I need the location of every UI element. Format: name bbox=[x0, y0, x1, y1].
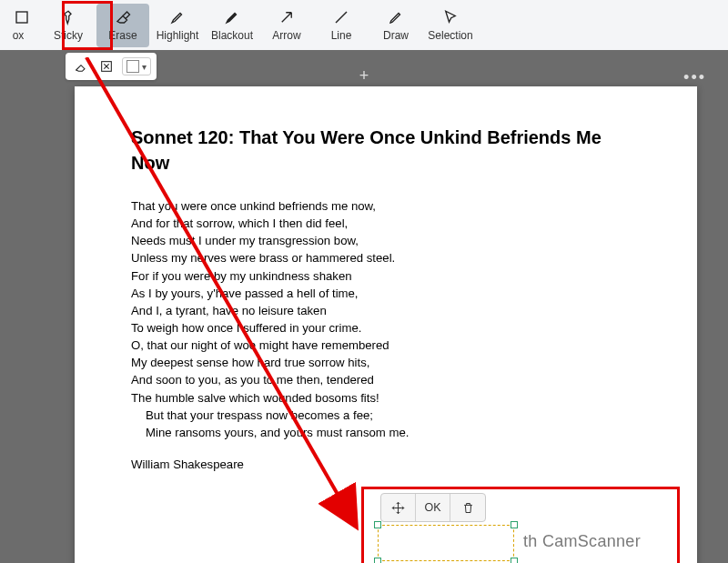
arrow-icon bbox=[278, 8, 296, 26]
tool-blackout[interactable]: Blackout bbox=[206, 4, 258, 47]
poem-couplet-line: Mine ransoms yours, and yours must ranso… bbox=[131, 424, 641, 441]
document-title: Sonnet 120: That You Were Once Unkind Be… bbox=[131, 125, 641, 176]
poem-line: And I, a tyrant, have no leisure taken bbox=[131, 302, 641, 319]
tool-highlight[interactable]: Highlight bbox=[151, 4, 204, 47]
watermark-text-fragment: th CamScanner bbox=[523, 532, 641, 551]
tool-selection[interactable]: Selection bbox=[424, 4, 477, 47]
erase-sub-toolbar: ▾ bbox=[66, 53, 157, 80]
blackout-icon bbox=[223, 8, 241, 26]
poem-line: That you were once unkind befriends me n… bbox=[131, 197, 641, 215]
poem-line: And for that sorrow, which I then did fe… bbox=[131, 215, 641, 232]
resize-handle-br[interactable] bbox=[511, 558, 518, 563]
workspace: ▾ + ••• Sonnet 120: That You Were Once U… bbox=[0, 50, 728, 563]
tool-sticky[interactable]: Sticky bbox=[42, 4, 95, 47]
cursor-icon bbox=[441, 8, 460, 26]
resize-handle-tl[interactable] bbox=[374, 521, 381, 528]
poem-line: My deepest sense how hard true sorrow hi… bbox=[131, 354, 641, 371]
add-tab-button[interactable]: + bbox=[359, 66, 369, 85]
poem-line: The humble salve which wounded bosoms fi… bbox=[131, 389, 641, 407]
more-menu-button[interactable]: ••• bbox=[683, 68, 706, 87]
line-icon bbox=[332, 8, 350, 26]
main-toolbar: ox Sticky Erase Highlight Blackout Arrow… bbox=[0, 0, 728, 50]
box-icon bbox=[13, 8, 31, 26]
resize-handle-bl[interactable] bbox=[374, 558, 381, 563]
document-author: William Shakespeare bbox=[131, 457, 641, 471]
eraser-small-icon[interactable] bbox=[71, 56, 91, 76]
move-handle-button[interactable] bbox=[381, 493, 416, 522]
erase-selection-rect[interactable] bbox=[378, 525, 514, 561]
erase-color-picker[interactable]: ▾ bbox=[122, 57, 151, 75]
poem-line: As I by yours, y'have passed a hell of t… bbox=[131, 285, 641, 302]
highlighter-icon bbox=[168, 8, 187, 26]
svg-rect-0 bbox=[16, 12, 27, 23]
confirm-ok-button[interactable]: OK bbox=[416, 493, 450, 522]
chevron-down-icon: ▾ bbox=[142, 62, 147, 72]
poem-line: And soon to you, as you to me then, tend… bbox=[131, 371, 641, 388]
selection-action-toolbar: OK bbox=[380, 493, 486, 522]
poem-couplet-line: But that your trespass now becomes a fee… bbox=[131, 407, 641, 424]
tool-draw[interactable]: Draw bbox=[369, 4, 422, 47]
pencil-icon bbox=[387, 8, 405, 26]
poem-line: Needs must I under my transgression bow, bbox=[131, 232, 641, 249]
poem-line: Unless my nerves were brass or hammered … bbox=[131, 249, 641, 266]
poem-line: For if you were by my unkindness shaken bbox=[131, 267, 641, 285]
tool-box[interactable]: ox bbox=[4, 4, 40, 47]
erase-all-icon[interactable] bbox=[96, 56, 116, 76]
pin-icon bbox=[59, 8, 77, 26]
poem-line: O, that our night of woe might have reme… bbox=[131, 337, 641, 354]
eraser-icon bbox=[114, 8, 132, 26]
color-swatch bbox=[126, 60, 139, 73]
tool-arrow[interactable]: Arrow bbox=[260, 4, 313, 47]
poem-line: To weigh how once I suffered in your cri… bbox=[131, 319, 641, 337]
resize-handle-tr[interactable] bbox=[511, 521, 518, 528]
tool-line[interactable]: Line bbox=[315, 4, 368, 47]
delete-button[interactable] bbox=[450, 493, 485, 522]
tool-erase[interactable]: Erase bbox=[96, 4, 149, 47]
